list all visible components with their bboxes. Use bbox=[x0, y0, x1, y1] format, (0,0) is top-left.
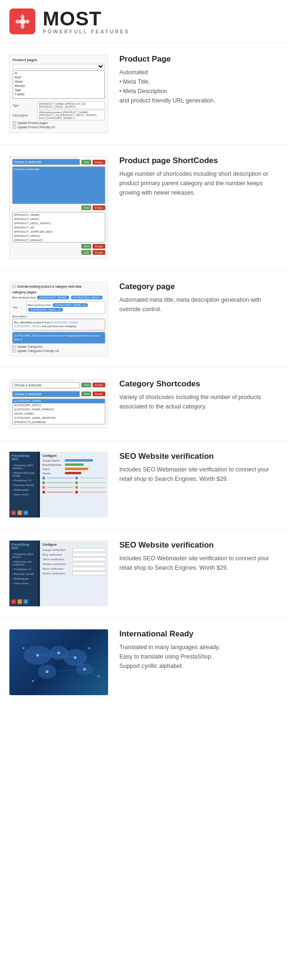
product-page-content: Product Page Automated • Meta Title, • M… bbox=[119, 55, 280, 105]
svg-point-19 bbox=[57, 651, 60, 654]
svg-point-30 bbox=[98, 675, 100, 677]
feature-title-seo-2: SEO Website verification bbox=[119, 541, 280, 550]
svg-point-0 bbox=[20, 19, 25, 24]
world-map bbox=[9, 629, 108, 695]
badge-css3-2: C bbox=[17, 599, 22, 604]
seo-sidebar-item: Multilanguge bbox=[11, 488, 36, 492]
international-screenshot bbox=[9, 629, 108, 695]
add-btn-cat-2[interactable]: Add bbox=[81, 392, 91, 396]
seo-sidebar-item: Monitor Meta tags Quality bbox=[11, 471, 36, 478]
feature-desc-cat-shortcodes: Variety of shortcodes including the numb… bbox=[119, 392, 280, 411]
shortcodes-screenshot: Choose a shortcode Add Empty Choose a sh… bbox=[9, 156, 108, 259]
add-btn-2[interactable]: Add bbox=[81, 205, 91, 210]
add-btn-1[interactable]: Add bbox=[81, 160, 91, 165]
svg-point-3 bbox=[16, 20, 20, 24]
badge-responsive-2: R bbox=[23, 599, 28, 604]
feature-desc-international: Translated in many languages already. Ea… bbox=[119, 643, 280, 671]
svg-point-27 bbox=[23, 647, 24, 649]
page-title: MOST bbox=[43, 9, 130, 29]
empty-btn-cat-2[interactable]: Empty bbox=[93, 392, 105, 396]
url-gen-text: and product friendly URL generation. bbox=[119, 97, 215, 104]
seo-sidebar-item: Prestashop SEO Statistics bbox=[11, 463, 36, 470]
seo-2-sidebar-item: Prestashop SEO Module bbox=[11, 552, 36, 559]
seo-2-sidebar-item: Prestashop 1.6 bbox=[11, 567, 36, 571]
feature-title-seo-1: SEO Website verification bbox=[119, 452, 280, 461]
intl-line-1: Translated in many languages already. bbox=[119, 644, 220, 651]
svg-point-28 bbox=[88, 647, 90, 649]
seo-sidebar-item: Prestashop 1.6 bbox=[11, 478, 36, 482]
feature-shortcodes: Choose a shortcode Add Empty Choose a sh… bbox=[0, 144, 289, 270]
feature-title-international: International Ready bbox=[119, 629, 280, 639]
checkbox-update-categories[interactable] bbox=[12, 345, 16, 348]
page-subtitle: POWERFULL FEATURES bbox=[43, 29, 130, 34]
brand-icon bbox=[9, 8, 35, 34]
meta-title-text: • Meta Title, bbox=[119, 78, 150, 85]
intl-line-3: Support cyrillic alphabet. bbox=[119, 663, 183, 669]
feature-title-shortcodes: Product page ShortCodes bbox=[119, 156, 280, 165]
badge-css3: C bbox=[17, 510, 22, 515]
category-shortcodes-content: Category Shortcodes Variety of shortcode… bbox=[119, 379, 280, 411]
product-page-screenshot: Product pages id Root Home Women Tops T-… bbox=[9, 55, 108, 133]
automated-text: Automated bbox=[119, 69, 148, 76]
shortcodes-content: Product page ShortCodes Huge number of s… bbox=[119, 156, 280, 197]
seo-main-panel-1: Configure Google Search Bing Webmaster Y… bbox=[40, 452, 108, 517]
feature-category-shortcodes: Choose a shortcode Add Empty Choose a sh… bbox=[0, 368, 289, 440]
seo-2-screenshot: PrestaShop SEO Prestashop SEO Module Web… bbox=[9, 541, 108, 606]
seo-2-sidebar-item: Webmaster site verification bbox=[11, 560, 36, 566]
seo-1-screenshot: PrestaShop SEO Prestashop SEO Statistics… bbox=[9, 452, 108, 517]
svg-point-1 bbox=[21, 15, 24, 19]
seo-sidebar-item: Open source bbox=[11, 493, 36, 496]
seo-1-content: SEO Website verification Includes SEO We… bbox=[119, 452, 280, 484]
header: MOST POWERFULL FEATURES bbox=[0, 0, 289, 43]
checkbox-override[interactable] bbox=[12, 285, 16, 288]
category-page-screenshot: Override existing product or category me… bbox=[9, 282, 108, 356]
empty-btn-1[interactable]: Empty bbox=[93, 160, 105, 165]
seo-2-sidebar-item: Open source bbox=[11, 581, 36, 585]
seo-2-content: SEO Website verification Includes SEO We… bbox=[119, 541, 280, 572]
seo-2-sidebar-item: Bootstrap friendly bbox=[11, 572, 36, 576]
feature-seo-2: PrestaShop SEO Prestashop SEO Module Web… bbox=[0, 529, 289, 618]
checkbox-update-products[interactable] bbox=[13, 121, 16, 125]
header-text: MOST POWERFULL FEATURES bbox=[43, 9, 130, 34]
seo-2-sidebar-item: Multilanguge bbox=[11, 577, 36, 580]
svg-point-29 bbox=[32, 680, 34, 682]
empty-btn-4[interactable]: Empty bbox=[93, 250, 105, 255]
international-content: International Ready Translated in many l… bbox=[119, 629, 280, 671]
meta-desc-text: • Meta Description bbox=[119, 88, 167, 94]
intl-line-2: Easy to translate using PrestaShop. bbox=[119, 653, 213, 660]
checkbox-update-friendly-url[interactable] bbox=[13, 125, 16, 129]
empty-btn-3[interactable]: Empty bbox=[93, 244, 105, 249]
feature-desc-shortcodes: Huge number of shortcodes including shor… bbox=[119, 169, 280, 197]
seo-main-panel-2: Configure Google verification Bing verif… bbox=[40, 541, 108, 606]
badge-responsive: R bbox=[23, 510, 28, 515]
feature-title-cat-shortcodes: Category Shortcodes bbox=[119, 379, 280, 389]
svg-point-2 bbox=[21, 24, 24, 29]
feature-title-category-page: Category page bbox=[119, 282, 280, 291]
feature-category-page: Override existing product or category me… bbox=[0, 270, 289, 368]
feature-desc-product-page: Automated • Meta Title, • Meta Descripti… bbox=[119, 68, 280, 105]
category-shortcodes-screenshot: Choose a shortcode Add Empty Choose a sh… bbox=[9, 379, 108, 429]
feature-desc-seo-2: Includes SEO Webmaster site verification… bbox=[119, 554, 280, 572]
feature-product-page: Product pages id Root Home Women Tops T-… bbox=[0, 43, 289, 144]
feature-seo-1: PrestaShop SEO Prestashop SEO Statistics… bbox=[0, 440, 289, 529]
empty-btn-2[interactable]: Empty bbox=[93, 205, 105, 210]
checkbox-update-cat-friendly[interactable] bbox=[12, 349, 16, 353]
feature-international: International Ready Translated in many l… bbox=[0, 618, 289, 706]
add-btn-4[interactable]: Add bbox=[81, 250, 91, 255]
feature-desc-category-page: Automated meta title, meta description g… bbox=[119, 295, 280, 314]
seo-sidebar-1: PrestaShop SEO Prestashop SEO Statistics… bbox=[9, 452, 38, 517]
feature-desc-seo-1: Includes SEO Webmaster site verification… bbox=[119, 465, 280, 484]
badge-html5: H bbox=[11, 510, 16, 515]
seo-sidebar-item: Bootstrap friendly bbox=[11, 483, 36, 487]
add-btn-3[interactable]: Add bbox=[81, 244, 91, 249]
feature-title-product-page: Product Page bbox=[119, 55, 280, 64]
category-page-content: Category page Automated meta title, meta… bbox=[119, 282, 280, 314]
add-btn-cat-1[interactable]: Add bbox=[81, 383, 91, 387]
badge-html5-2: H bbox=[11, 599, 16, 604]
empty-btn-cat-1[interactable]: Empty bbox=[93, 383, 105, 387]
seo-sidebar-2: PrestaShop SEO Prestashop SEO Module Web… bbox=[9, 541, 38, 606]
svg-point-4 bbox=[25, 20, 30, 24]
